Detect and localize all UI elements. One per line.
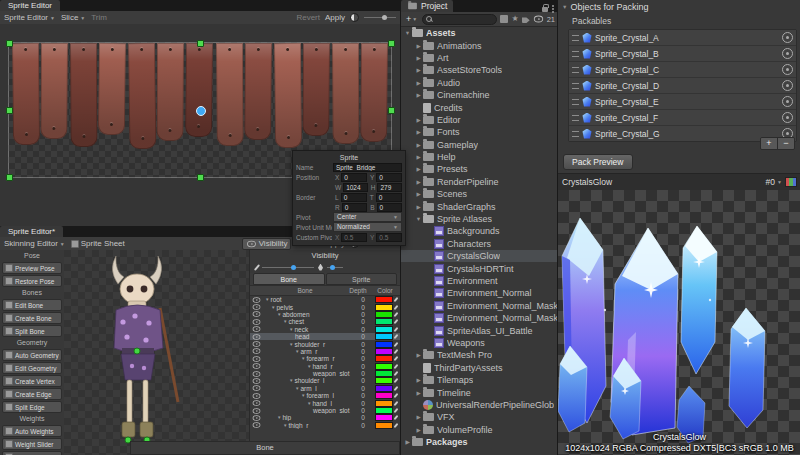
eye-icon[interactable]: [253, 341, 261, 347]
tree-item-sprite-atlases[interactable]: ▼Sprite Atlases: [401, 213, 558, 225]
eye-icon[interactable]: [253, 400, 261, 406]
tree-item-editor[interactable]: ▶Editor: [401, 114, 558, 126]
eye-icon[interactable]: [253, 304, 261, 310]
bone-color-swatch[interactable]: [375, 385, 393, 392]
object-picker-icon[interactable]: [782, 96, 793, 107]
tree-item-tilemaps[interactable]: ▶Tilemaps: [401, 374, 558, 386]
pen-icon[interactable]: [394, 334, 399, 339]
tool-button-edit-bone[interactable]: Edit Bone: [2, 299, 62, 311]
tree-item-assetstoretools[interactable]: ▶AssetStoreTools: [401, 64, 558, 76]
position-y-field[interactable]: 0: [376, 173, 402, 182]
border-l-field[interactable]: 0: [341, 193, 367, 202]
bone-color-swatch[interactable]: [375, 311, 393, 318]
bone-row-head[interactable]: head0: [250, 333, 400, 340]
pen-icon[interactable]: [394, 415, 399, 420]
pen-icon[interactable]: [394, 393, 399, 398]
slice-dropdown[interactable]: Slice▼: [61, 13, 85, 22]
tool-button-create-bone[interactable]: Create Bone: [2, 312, 62, 324]
foldout-arrow[interactable]: ▶: [414, 179, 423, 185]
revert-button[interactable]: Revert: [296, 13, 320, 22]
zoom-slider[interactable]: [364, 17, 396, 18]
tab-bone[interactable]: Bone: [253, 273, 325, 285]
foldout-arrow[interactable]: ▶: [414, 191, 423, 197]
search-box[interactable]: [422, 14, 497, 25]
foldout-arrow[interactable]: ▼: [403, 30, 412, 36]
foldout-arrow[interactable]: ▶: [414, 55, 423, 61]
foldout-arrow[interactable]: ▶: [414, 414, 423, 420]
bone-row-forearm-l[interactable]: ▼forearm_l0: [250, 392, 400, 399]
pen-icon[interactable]: [394, 305, 399, 310]
pen-icon[interactable]: [394, 319, 399, 324]
bone-color-swatch[interactable]: [375, 333, 393, 340]
packable-row-sprite-crystal-f[interactable]: Sprite_Crystal_F: [569, 110, 796, 126]
foldout-arrow[interactable]: ▶: [414, 166, 423, 172]
tree-item-scenes[interactable]: ▶Scenes: [401, 188, 558, 200]
eye-icon[interactable]: [253, 326, 261, 332]
tree-item-volumeprofile[interactable]: ▶VolumeProfile: [401, 424, 558, 436]
tool-button-create-edge[interactable]: Create Edge: [2, 388, 62, 400]
foldout-arrow[interactable]: ▶: [414, 43, 423, 49]
sprite-rect-handle[interactable]: [388, 107, 395, 114]
sprite-editor-mode-dropdown[interactable]: Sprite Editor▼: [4, 13, 55, 22]
border-r-field[interactable]: 0: [342, 203, 367, 212]
eye-icon[interactable]: [253, 415, 261, 421]
bone-row-hand-r[interactable]: ▼hand_r0: [250, 363, 400, 370]
foldout-arrow[interactable]: ▼: [301, 393, 305, 398]
pivot-dropdown[interactable]: Center▼: [333, 212, 402, 222]
eye-icon[interactable]: [253, 319, 261, 325]
lock-icon[interactable]: [542, 7, 548, 12]
drag-handle-icon[interactable]: [572, 35, 579, 41]
tree-item-environment-normal-mask[interactable]: Environment_Normal_Mask: [401, 312, 558, 324]
pivot-unit-mode-dropdown[interactable]: Normalized▼: [333, 222, 402, 232]
bone-color-swatch[interactable]: [375, 392, 393, 399]
tree-item-help[interactable]: ▶Help: [401, 151, 558, 163]
foldout-arrow[interactable]: ▼: [295, 386, 299, 391]
eye-icon[interactable]: [253, 408, 261, 414]
foldout-arrow[interactable]: ▶: [414, 92, 423, 98]
drag-handle-icon[interactable]: [572, 115, 579, 121]
sprite-rect-handle[interactable]: [197, 40, 204, 47]
packable-row-sprite-crystal-d[interactable]: Sprite_Crystal_D: [569, 78, 796, 94]
bone-color-swatch[interactable]: [375, 363, 393, 370]
eye-icon[interactable]: [253, 371, 261, 377]
pen-icon[interactable]: [394, 423, 399, 428]
pen-icon[interactable]: [394, 401, 399, 406]
bone-row-weapon-slot-l[interactable]: weapon_slot_l0: [250, 407, 400, 414]
tree-item-crystalshdrtint[interactable]: CrystalsHDRTint: [401, 262, 558, 274]
width-field[interactable]: 1024: [343, 183, 368, 192]
tree-item-environment[interactable]: Environment: [401, 275, 558, 287]
sprite-name-field[interactable]: Sprite_Bridge: [333, 163, 402, 172]
objects-for-packing-foldout[interactable]: ▼ Objects for Packing: [558, 0, 800, 14]
sprite-rect-handle[interactable]: [388, 40, 395, 47]
foldout-arrow[interactable]: ▼: [289, 378, 293, 383]
foldout-arrow[interactable]: ▼: [271, 305, 275, 310]
pen-icon[interactable]: [394, 378, 399, 383]
foldout-arrow[interactable]: ▼: [277, 415, 281, 420]
bone-row-shoulder-r[interactable]: ▼shoulder_r0: [250, 340, 400, 347]
tree-item-vfx[interactable]: ▶VFX: [401, 411, 558, 423]
foldout-arrow[interactable]: ▼: [414, 216, 423, 222]
project-search-input[interactable]: [434, 16, 493, 23]
foldout-arrow[interactable]: ▶: [414, 377, 423, 383]
tool-button-restore-pose[interactable]: Restore Pose: [2, 275, 62, 287]
eye-icon[interactable]: [253, 378, 261, 384]
drag-handle-icon[interactable]: [572, 83, 579, 89]
bone-row-shoulder-l[interactable]: ▼shoulder_l0: [250, 377, 400, 384]
tab-sprite-editor-modified[interactable]: Sprite Editor*: [0, 226, 63, 237]
create-asset-button[interactable]: +▼: [404, 15, 419, 24]
eye-icon[interactable]: [253, 349, 261, 355]
tool-button-auto-geometry[interactable]: Auto Geometry: [2, 349, 62, 361]
tool-button-split-bone[interactable]: Split Bone: [2, 325, 62, 337]
tree-item-textmesh-pro[interactable]: ▶TextMesh Pro: [401, 349, 558, 361]
sprite-rect-handle[interactable]: [6, 174, 13, 181]
apply-button[interactable]: Apply: [325, 13, 345, 22]
trim-button[interactable]: Trim: [91, 13, 107, 22]
tree-item-art[interactable]: ▶Art: [401, 52, 558, 64]
custom-pivot-x-field[interactable]: 0.5: [341, 233, 367, 242]
tool-button-create-vertex[interactable]: Create Vertex: [2, 375, 62, 387]
tree-item-renderpipeline[interactable]: ▶RenderPipeline: [401, 176, 558, 188]
foldout-arrow[interactable]: ▶: [414, 390, 423, 396]
border-b-field[interactable]: 0: [377, 203, 402, 212]
foldout-arrow[interactable]: ▼: [289, 342, 293, 347]
bone-color-swatch[interactable]: [375, 422, 393, 429]
